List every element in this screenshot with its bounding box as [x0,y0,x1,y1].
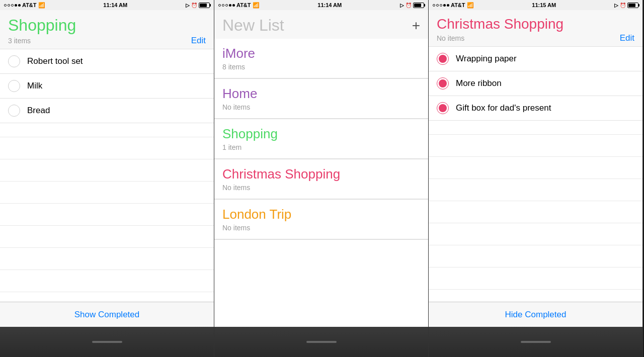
christmas-subtitle-row: No items Edit [437,33,634,43]
shopping-edit-button[interactable]: Edit [191,36,206,46]
dock-3 [429,327,642,357]
shopping-header: Shopping 3 items Edit [0,10,214,49]
status-right-2: ▷ ⏰ [400,3,424,8]
list-item-shopping[interactable]: Shopping 1 item [214,119,428,159]
item-text-robert: Robert tool set [27,56,83,66]
new-list-title: New List [222,16,284,35]
list-name-imore: iMore [222,46,420,61]
item-text-ribbon: More ribbon [456,78,502,88]
shopping-list: Robert tool set Milk Bread [0,49,214,302]
christmas-header: Christmas Shopping No items Edit [429,10,642,46]
home-indicator-2 [306,341,337,343]
home-indicator-3 [521,341,551,343]
christmas-item-count: No items [437,34,464,42]
checkbox-milk[interactable] [8,80,20,92]
time-3: 11:15 AM [532,2,556,8]
hide-completed-button[interactable]: Hide Completed [505,310,567,320]
screen-1: Shopping 3 items Edit Robert tool set Mi… [0,10,214,327]
shopping-subtitle-row: 3 items Edit [8,36,206,46]
alarm-icon-3: ⏰ [620,3,626,8]
signal-icon [4,4,21,7]
list-item[interactable]: More ribbon [429,71,642,96]
separator [214,239,428,240]
status-right-3: ▷ ⏰ [614,3,638,8]
status-left-3: AT&T 📶 [433,2,474,9]
list-name-london: London Trip [222,207,420,222]
list-count-christmas: No items [222,184,420,192]
bottom-bar-1: Show Completed [0,302,214,327]
signal-icon-3 [433,4,449,7]
signal-icon-2 [218,4,235,7]
list-item-imore[interactable]: iMore 8 items [214,39,428,78]
checkbox-giftbox[interactable] [437,102,449,114]
location-icon: ▷ [186,3,190,8]
show-completed-button[interactable]: Show Completed [74,310,139,320]
new-list-header: New List + [214,10,428,39]
wifi-icon: 📶 [38,2,45,9]
dock-1 [0,327,214,357]
add-list-button[interactable]: + [412,18,420,34]
battery-icon-1 [199,3,210,8]
alarm-icon-2: ⏰ [406,3,412,8]
checkbox-robert[interactable] [8,55,20,67]
list-count-london: No items [222,224,420,232]
list-item-home[interactable]: Home No items [214,79,428,119]
christmas-list: Wrapping paper More ribbon Gift box for … [429,46,642,302]
list-count-imore: 8 items [222,63,420,71]
time-1: 11:14 AM [103,2,127,8]
shopping-item-count: 3 items [8,37,31,45]
list-item[interactable]: Robert tool set [0,49,214,74]
list-count-home: No items [222,103,420,111]
item-text-giftbox: Gift box for dad's present [456,103,551,113]
carrier-2: AT&T [236,2,251,8]
status-bar-1: AT&T 📶 11:14 AM ▷ ⏰ [0,0,214,10]
list-item[interactable]: Gift box for dad's present [429,96,642,121]
battery-icon-3 [627,3,638,8]
checkbox-ribbon[interactable] [437,77,449,90]
location-icon-2: ▷ [400,3,404,8]
dock-2 [214,327,428,357]
list-item[interactable]: Bread [0,99,214,123]
status-left-1: AT&T 📶 [4,2,45,9]
status-bar-2: AT&T 📶 11:14 AM ▷ ⏰ [214,0,428,10]
item-text-bread: Bread [27,106,50,116]
checkbox-wrapping[interactable] [437,53,449,65]
carrier-1: AT&T [22,2,37,8]
wifi-icon-2: 📶 [253,2,260,9]
list-name-christmas: Christmas Shopping [222,166,420,182]
christmas-edit-button[interactable]: Edit [620,33,634,43]
item-text-wrapping: Wrapping paper [456,54,517,64]
status-bar-3: AT&T 📶 11:15 AM ▷ ⏰ [429,0,642,10]
christmas-title: Christmas Shopping [437,16,634,32]
panel-lists: AT&T 📶 11:14 AM ▷ ⏰ New List + iMore 8 i… [214,0,429,357]
time-2: 11:14 AM [317,2,342,8]
alarm-icon: ⏰ [191,3,197,8]
status-right-1: ▷ ⏰ [186,3,210,8]
list-item-christmas[interactable]: Christmas Shopping No items [214,159,428,199]
screen-2: New List + iMore 8 items Home No items S… [214,10,428,327]
bottom-bar-3: Hide Completed [429,302,642,327]
checkbox-bread[interactable] [8,105,20,117]
list-count-shopping: 1 item [222,143,420,151]
battery-icon-2 [413,3,424,8]
item-text-milk: Milk [27,81,42,91]
panel-christmas: AT&T 📶 11:15 AM ▷ ⏰ Christmas Shopping N… [429,0,643,357]
lists-container: iMore 8 items Home No items Shopping 1 i… [214,39,428,327]
shopping-title: Shopping [8,16,206,35]
list-item[interactable]: Wrapping paper [429,46,642,71]
panel-shopping: AT&T 📶 11:14 AM ▷ ⏰ Shopping 3 items Edi… [0,0,214,357]
home-indicator-1 [92,341,122,343]
list-item-london[interactable]: London Trip No items [214,200,428,239]
wifi-icon-3: 📶 [467,2,474,9]
location-icon-3: ▷ [614,3,618,8]
list-name-shopping: Shopping [222,126,420,142]
list-item[interactable]: Milk [0,74,214,99]
status-left-2: AT&T 📶 [218,2,260,9]
screen-3: Christmas Shopping No items Edit Wrappin… [429,10,642,327]
list-name-home: Home [222,86,420,102]
carrier-3: AT&T [451,2,465,8]
